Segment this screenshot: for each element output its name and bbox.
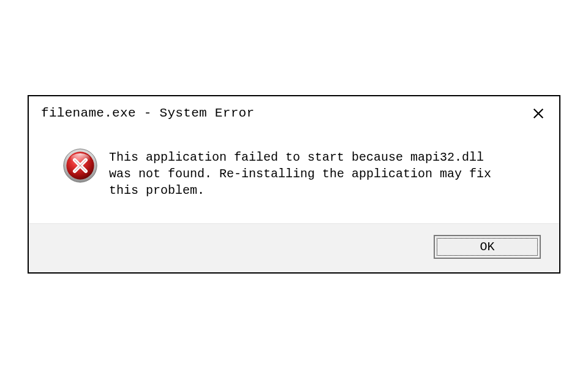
titlebar: filename.exe - System Error [29, 96, 559, 128]
error-message: This application failed to start because… [109, 147, 513, 199]
dialog-footer: OK [29, 223, 559, 272]
error-dialog: filename.exe - System Error [28, 95, 560, 274]
close-icon[interactable] [530, 105, 547, 122]
dialog-title: filename.exe - System Error [41, 106, 254, 120]
dialog-content: This application failed to start because… [29, 128, 559, 223]
error-icon [62, 148, 98, 183]
svg-point-4 [70, 153, 91, 164]
ok-button[interactable]: OK [434, 235, 541, 259]
